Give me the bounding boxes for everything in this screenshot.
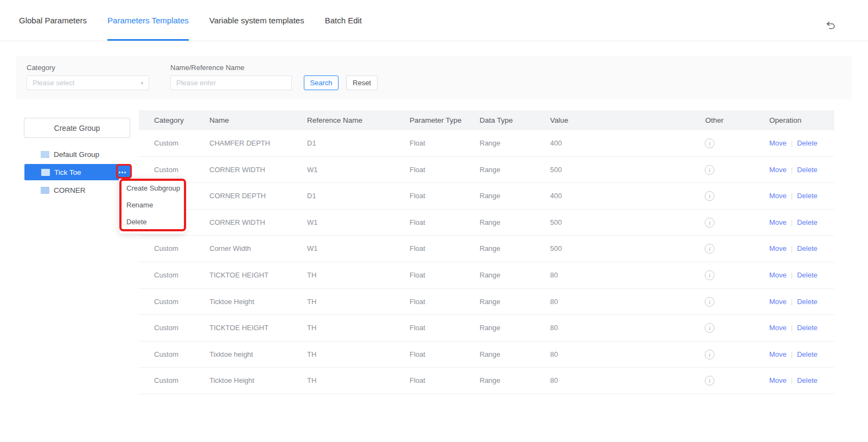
info-icon[interactable]: i [705, 350, 714, 359]
category-select[interactable]: Please select ▾ [27, 75, 149, 90]
cell-category: Custom [154, 368, 178, 394]
cell-value: 80 [550, 315, 558, 342]
cell-data-type: Range [480, 210, 500, 236]
info-icon[interactable]: i [705, 191, 714, 201]
folder-icon [41, 187, 49, 194]
cell-name: Ticktoe Height [209, 368, 254, 394]
name-search-input[interactable] [170, 75, 292, 90]
info-icon[interactable]: i [705, 244, 714, 254]
table-row: Custom Corner Width W1 Float Range 500 i… [139, 236, 834, 262]
cell-name: CORNER WIDTH [209, 210, 265, 236]
move-link[interactable]: Move [769, 183, 787, 210]
info-icon[interactable]: i [705, 376, 714, 386]
cell-operation: Move | Delete [769, 315, 818, 342]
cell-data-type: Range [480, 236, 500, 262]
cell-parameter-type: Float [410, 315, 425, 342]
group-item-default-group[interactable]: Default Group [24, 147, 130, 161]
delete-link[interactable]: Delete [797, 289, 818, 315]
move-link[interactable]: Move [769, 289, 787, 315]
context-menu-item-rename[interactable]: Rename [119, 197, 184, 213]
delete-link[interactable]: Delete [797, 130, 818, 157]
reset-button[interactable]: Reset [346, 75, 378, 90]
cell-parameter-type: Float [410, 210, 425, 236]
cell-data-type: Range [480, 262, 500, 289]
cell-data-type: Range [480, 342, 500, 368]
column-header-data-type: Data Type [480, 110, 513, 130]
delete-link[interactable]: Delete [797, 262, 818, 289]
info-icon[interactable]: i [705, 165, 714, 175]
cell-value: 80 [550, 289, 558, 315]
table-row: Custom CORNER WIDTH W1 Float Range 500 i… [139, 210, 834, 236]
move-link[interactable]: Move [769, 236, 787, 262]
cell-name: CORNER DEPTH [209, 183, 266, 210]
move-link[interactable]: Move [769, 157, 787, 184]
cell-data-type: Range [480, 368, 500, 394]
delete-link[interactable]: Delete [797, 210, 818, 236]
delete-link[interactable]: Delete [797, 342, 818, 368]
cell-data-type: Range [480, 157, 500, 184]
cell-value: 80 [550, 368, 558, 394]
column-header-parameter-type: Parameter Type [410, 110, 462, 130]
search-button[interactable]: Search [304, 75, 339, 90]
delete-link[interactable]: Delete [797, 236, 818, 262]
operation-divider: | [791, 130, 793, 157]
context-menu-item-delete[interactable]: Delete [119, 213, 184, 230]
column-header-name: Name [209, 110, 229, 130]
move-link[interactable]: Move [769, 342, 787, 368]
move-link[interactable]: Move [769, 262, 787, 289]
cell-parameter-type: Float [410, 368, 425, 394]
table-row: Custom CHAMFER DEPTH D1 Float Range 400 … [139, 130, 834, 157]
operation-divider: | [791, 183, 793, 210]
move-link[interactable]: Move [769, 210, 787, 236]
cell-operation: Move | Delete [769, 130, 818, 157]
cell-value: 80 [550, 262, 558, 289]
tab-parameters-templates[interactable]: Parameters Templates [107, 0, 189, 41]
cell-value: 400 [550, 130, 562, 157]
move-link[interactable]: Move [769, 315, 787, 342]
cell-name: CORNER WIDTH [209, 157, 265, 184]
context-menu-item-create-subgroup[interactable]: Create Subgroup [119, 180, 184, 197]
operation-divider: | [791, 289, 793, 315]
info-icon[interactable]: i [705, 323, 714, 333]
cell-operation: Move | Delete [769, 183, 818, 210]
cell-name: TICKTOE HEIGHT [209, 262, 269, 289]
operation-divider: | [791, 210, 793, 236]
info-icon[interactable]: i [705, 297, 714, 307]
table-body: Custom CHAMFER DEPTH D1 Float Range 400 … [139, 130, 834, 394]
create-group-button[interactable]: Create Group [24, 118, 130, 138]
group-list: Default Group Tick Toe CORNER [24, 147, 130, 200]
ellipsis-icon [119, 172, 120, 173]
operation-divider: | [791, 157, 793, 184]
table-header: CategoryNameReference NameParameter Type… [139, 110, 834, 130]
folder-icon [41, 169, 50, 176]
delete-link[interactable]: Delete [797, 368, 818, 394]
table-row: Custom TICKTOE HEIGHT TH Float Range 80 … [139, 315, 834, 342]
delete-link[interactable]: Delete [797, 157, 818, 184]
delete-link[interactable]: Delete [797, 183, 818, 210]
cell-data-type: Range [480, 183, 500, 210]
cell-reference-name: TH [307, 262, 316, 289]
group-item-tick-toe[interactable]: Tick Toe [24, 164, 130, 180]
tab-variable-system-templates[interactable]: Variable system templates [209, 0, 304, 41]
move-link[interactable]: Move [769, 130, 787, 157]
column-header-value: Value [550, 110, 569, 130]
info-icon[interactable]: i [705, 270, 714, 280]
group-item-corner[interactable]: CORNER [24, 183, 130, 197]
move-link[interactable]: Move [769, 368, 787, 394]
group-more-button[interactable] [116, 166, 129, 179]
tab-batch-edit[interactable]: Batch Edit [325, 0, 362, 41]
tab-global-parameters[interactable]: Global Parameters [19, 0, 87, 41]
cell-reference-name: TH [307, 315, 316, 342]
operation-divider: | [791, 342, 793, 368]
cell-parameter-type: Float [410, 157, 425, 184]
undo-arrow-icon [826, 21, 836, 31]
column-header-category: Category [154, 110, 184, 130]
table-row: Custom CORNER DEPTH D1 Float Range 400 i… [139, 183, 834, 210]
cell-reference-name: TH [307, 289, 316, 315]
cell-parameter-type: Float [410, 236, 425, 262]
cell-value: 500 [550, 236, 562, 262]
delete-link[interactable]: Delete [797, 315, 818, 342]
info-icon[interactable]: i [705, 138, 714, 148]
undo-button[interactable] [825, 20, 837, 31]
info-icon[interactable]: i [705, 218, 714, 228]
